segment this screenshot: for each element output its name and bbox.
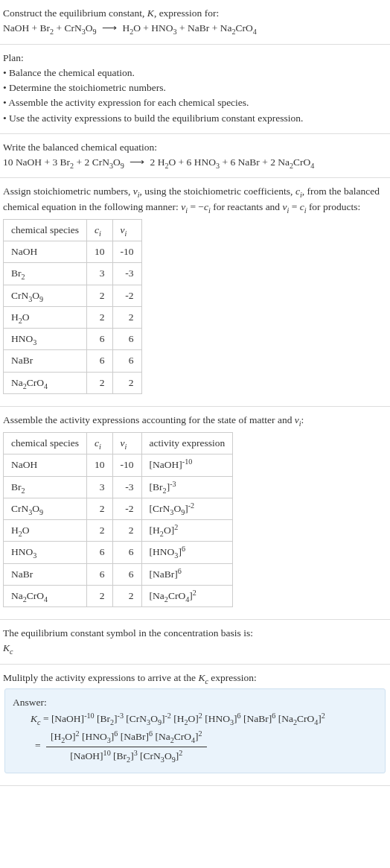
col-ci: ci xyxy=(87,433,113,454)
table-row: H2O22[H2O]2 xyxy=(4,520,233,542)
section-multiply: Mulitply the activity expressions to arr… xyxy=(0,665,390,786)
kc-symbol-text: The equilibrium constant symbol in the c… xyxy=(3,626,387,641)
table-row: Br23-3 xyxy=(4,263,142,285)
table-header-row: chemical species ci νi xyxy=(4,219,142,241)
col-vi: νi xyxy=(112,219,141,241)
table-row: H2O22 xyxy=(4,306,142,328)
table-row: NaOH10-10[NaOH]-10 xyxy=(4,454,233,476)
section-balanced: Write the balanced chemical equation: 10… xyxy=(0,134,390,179)
stoich-intro: Assign stoichiometric numbers, νi, using… xyxy=(3,184,387,215)
plan-bullet-1: • Balance the chemical equation. xyxy=(3,66,387,80)
section-stoich: Assign stoichiometric numbers, νi, using… xyxy=(0,178,390,407)
table-row: NaBr66[NaBr]6 xyxy=(4,563,233,585)
table-row: Br23-3[Br2]-3 xyxy=(4,476,233,498)
table-row: CrN3O92-2 xyxy=(4,285,142,306)
plan-bullet-4: • Use the activity expressions to build … xyxy=(3,111,387,126)
section-kc-symbol: The equilibrium constant symbol in the c… xyxy=(0,620,390,665)
activity-title: Assemble the activity expressions accoun… xyxy=(3,413,387,428)
table-row: Na2CrO422[Na2CrO4]2 xyxy=(4,585,233,606)
section-activity: Assemble the activity expressions accoun… xyxy=(0,407,390,620)
section-construct: Construct the equilibrium constant, K, e… xyxy=(0,0,390,45)
col-activity: activity expression xyxy=(141,433,233,454)
section-plan: Plan: • Balance the chemical equation. •… xyxy=(0,45,390,134)
table-row: CrN3O92-2[CrN3O9]-2 xyxy=(4,498,233,519)
table-row: NaBr66 xyxy=(4,350,142,372)
table-row: NaOH10-10 xyxy=(4,241,142,263)
kc-symbol: Kc xyxy=(3,641,387,656)
table-header-row: chemical species ci νi activity expressi… xyxy=(4,433,233,454)
col-species: chemical species xyxy=(4,219,87,241)
fraction-numerator: [H2O]2 [HNO3]6 [NaBr]6 [Na2CrO4]2 xyxy=(46,729,207,747)
kc-negative-form: Kc = [NaOH]-10 [Br2]-3 [CrN3O9]-2 [H2O]2… xyxy=(13,712,377,726)
construct-title: Construct the equilibrium constant, K, e… xyxy=(3,6,387,21)
col-vi: νi xyxy=(112,433,141,454)
table-row: HNO366[HNO3]6 xyxy=(4,542,233,563)
balanced-title: Write the balanced chemical equation: xyxy=(3,140,387,155)
answer-box: Answer: Kc = [NaOH]-10 [Br2]-3 [CrN3O9]-… xyxy=(4,688,386,773)
answer-label: Answer: xyxy=(13,695,377,710)
plan-title: Plan: xyxy=(3,51,387,66)
fraction-denominator: [NaOH]10 [Br2]3 [CrN3O9]2 xyxy=(46,747,207,764)
activity-table: chemical species ci νi activity expressi… xyxy=(3,432,233,607)
plan-bullet-3: • Assemble the activity expression for e… xyxy=(3,95,387,110)
balanced-equation: 10 NaOH + 3 Br2 + 2 CrN3O9 ⟶ 2 H2O + 6 H… xyxy=(3,155,387,170)
fraction: [H2O]2 [HNO3]6 [NaBr]6 [Na2CrO4]2 [NaOH]… xyxy=(46,729,207,764)
col-species: chemical species xyxy=(4,433,87,454)
multiply-title: Mulitply the activity expressions to arr… xyxy=(3,671,387,685)
plan-bullet-2: • Determine the stoichiometric numbers. xyxy=(3,80,387,95)
kc-fraction-form: = [H2O]2 [HNO3]6 [NaBr]6 [Na2CrO4]2 [NaO… xyxy=(13,728,377,765)
table-row: Na2CrO422 xyxy=(4,372,142,393)
table-row: HNO366 xyxy=(4,329,142,350)
col-ci: ci xyxy=(87,219,113,241)
stoich-table: chemical species ci νi NaOH10-10 Br23-3 … xyxy=(3,219,142,394)
unbalanced-equation: NaOH + Br2 + CrN3O9 ⟶ H2O + HNO3 + NaBr … xyxy=(3,21,387,36)
